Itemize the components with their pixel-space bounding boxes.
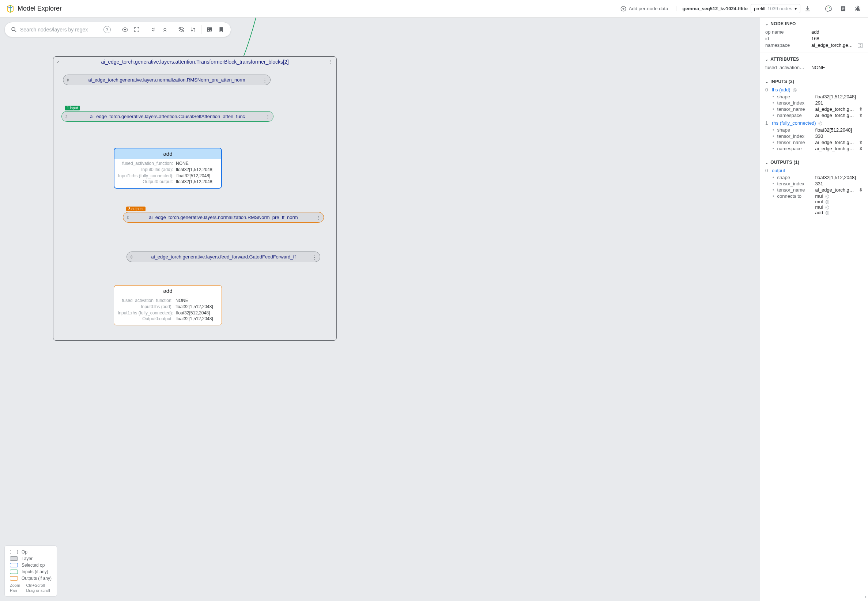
input-badge: 1 input xyxy=(65,106,80,110)
search-input[interactable] xyxy=(20,27,101,32)
scroll-hint-icon: › xyxy=(865,594,866,599)
bookmark-button[interactable] xyxy=(216,24,226,35)
expand-icon[interactable]: ⇳ xyxy=(130,255,133,259)
block-title-text: ai_edge_torch.generative.layers.attentio… xyxy=(101,59,288,65)
more-icon[interactable]: ⋮ xyxy=(328,59,333,65)
layers-off-icon xyxy=(178,26,185,33)
palette-icon xyxy=(825,5,832,12)
model-name-label: gemma_seq512_kv1024.tflite xyxy=(676,6,748,11)
add-op-output[interactable]: add fused_activation_function:NONEInput0… xyxy=(114,285,222,325)
expand-icon[interactable]: ⇳ xyxy=(65,114,68,119)
more-icon[interactable]: ⋮ xyxy=(312,254,317,259)
target-icon: ◎ xyxy=(818,120,822,126)
graph-canvas[interactable]: ? Op Layer Selected op Inputs (if xyxy=(0,18,760,601)
target-icon: ◎ xyxy=(825,199,829,204)
fit-icon xyxy=(133,26,140,33)
output-badge: 3 outputs xyxy=(126,207,145,211)
image-button[interactable] xyxy=(204,24,215,35)
op-title: add xyxy=(114,285,221,296)
svg-point-10 xyxy=(12,27,15,31)
section-attributes[interactable]: ⌄ATTRIBUTES xyxy=(765,56,863,62)
expand-all-button[interactable] xyxy=(148,24,158,35)
copy-button[interactable]: ⇳ xyxy=(859,187,863,193)
op-title: add xyxy=(114,148,221,159)
download-button[interactable] xyxy=(803,5,812,13)
target-icon: ◎ xyxy=(825,194,829,199)
bug-button[interactable] xyxy=(853,5,862,13)
node-details-panel: ⌄NODE INFO op nameadd id168 namespaceai_… xyxy=(760,18,868,601)
logo-icon xyxy=(6,5,15,13)
search-icon xyxy=(11,26,17,33)
collapse-all-button[interactable] xyxy=(160,24,170,35)
connects-to-item[interactable]: mul◎ xyxy=(815,199,863,204)
eye-icon xyxy=(122,26,128,33)
collapse-icon[interactable]: ⤢ xyxy=(56,59,59,64)
legend-panel: Op Layer Selected op Inputs (if any) Out… xyxy=(5,545,57,596)
input-0-link[interactable]: 0lhs (add)◎ xyxy=(765,87,863,93)
svg-rect-7 xyxy=(842,8,845,9)
causal-self-attention-node[interactable]: 1 input ⇳ ai_edge_torch.generative.layer… xyxy=(61,111,273,122)
plus-circle-icon xyxy=(620,6,627,12)
app-logo[interactable]: Model Explorer xyxy=(6,5,62,13)
target-icon: ◎ xyxy=(793,87,797,93)
input-1-link[interactable]: 1rhs (fully_connected)◎ xyxy=(765,120,863,126)
add-pernode-data-button[interactable]: Add per-node data xyxy=(616,3,672,14)
canvas-toolbar: ? xyxy=(5,22,231,37)
expand-down-icon xyxy=(150,27,156,32)
app-header: Model Explorer Add per-node data gemma_s… xyxy=(0,0,868,18)
chevron-icon: ⌄ xyxy=(765,22,768,26)
fit-screen-button[interactable] xyxy=(132,24,142,35)
expand-icon[interactable]: ⇳ xyxy=(126,215,130,220)
chevron-icon: ⌄ xyxy=(765,57,768,61)
svg-point-3 xyxy=(829,6,830,7)
more-icon[interactable]: ⋮ xyxy=(265,114,270,119)
chevron-icon: ⌄ xyxy=(765,160,768,165)
output-0-link[interactable]: 0output xyxy=(765,168,863,173)
svg-point-4 xyxy=(830,8,830,9)
section-outputs[interactable]: ⌄OUTPUTS (1) xyxy=(765,160,863,165)
header-actions: Add per-node data gemma_seq512_kv1024.tf… xyxy=(616,3,862,14)
visibility-button[interactable] xyxy=(120,24,130,35)
svg-rect-8 xyxy=(842,9,844,9)
svg-rect-6 xyxy=(842,7,845,8)
more-icon[interactable]: ⋮ xyxy=(316,215,321,220)
connects-to-item[interactable]: add◎ xyxy=(815,210,863,215)
palette-button[interactable] xyxy=(824,5,833,13)
gated-feedforward-node[interactable]: ⇳ ai_edge_torch.generative.layers.feed_f… xyxy=(127,252,320,262)
svg-point-13 xyxy=(208,29,209,29)
svg-point-1 xyxy=(827,8,827,8)
layers-off-button[interactable] xyxy=(176,24,186,35)
expand-icon[interactable]: ⇳ xyxy=(66,78,69,82)
section-node-info[interactable]: ⌄NODE INFO xyxy=(765,21,863,26)
more-icon[interactable]: ⋮ xyxy=(262,77,267,82)
rmsnorm-pre-atten-node[interactable]: ⇳ ai_edge_torch.generative.layers.normal… xyxy=(63,75,270,85)
collapse-up-icon xyxy=(162,27,168,32)
svg-point-11 xyxy=(124,29,126,31)
download-icon xyxy=(804,5,812,12)
target-icon: ◎ xyxy=(825,210,829,215)
dropdown-icon: ▾ xyxy=(795,6,797,11)
bug-icon xyxy=(854,5,862,12)
sort-icon xyxy=(190,26,196,33)
connects-to-item[interactable]: mul◎ xyxy=(815,204,863,210)
connects-to-item[interactable]: mul◎ xyxy=(815,194,863,199)
add-op-selected[interactable]: add fused_activation_function:NONEInput0… xyxy=(114,148,222,189)
copy-button[interactable]: ⇳ xyxy=(858,43,863,48)
search-help-button[interactable]: ? xyxy=(104,26,111,33)
sort-button[interactable] xyxy=(188,24,198,35)
target-icon: ◎ xyxy=(825,204,829,210)
image-icon xyxy=(206,26,213,33)
copy-button[interactable]: ⇳ xyxy=(859,146,863,151)
app-title: Model Explorer xyxy=(18,5,62,12)
copy-button[interactable]: ⇳ xyxy=(859,107,863,112)
notes-button[interactable] xyxy=(839,5,848,13)
bookmark-icon xyxy=(218,26,224,33)
copy-button[interactable]: ⇳ xyxy=(859,113,863,118)
rmsnorm-pre-ff-node[interactable]: 3 outputs ⇳ ai_edge_torch.generative.lay… xyxy=(123,212,324,223)
svg-point-2 xyxy=(827,6,828,7)
section-inputs[interactable]: ⌄INPUTS (2) xyxy=(765,79,863,84)
chevron-icon: ⌄ xyxy=(765,80,768,84)
copy-button[interactable]: ⇳ xyxy=(859,140,863,145)
model-graph-select[interactable]: prefill 1039 nodes ▾ xyxy=(751,4,800,13)
notes-icon xyxy=(839,5,847,12)
